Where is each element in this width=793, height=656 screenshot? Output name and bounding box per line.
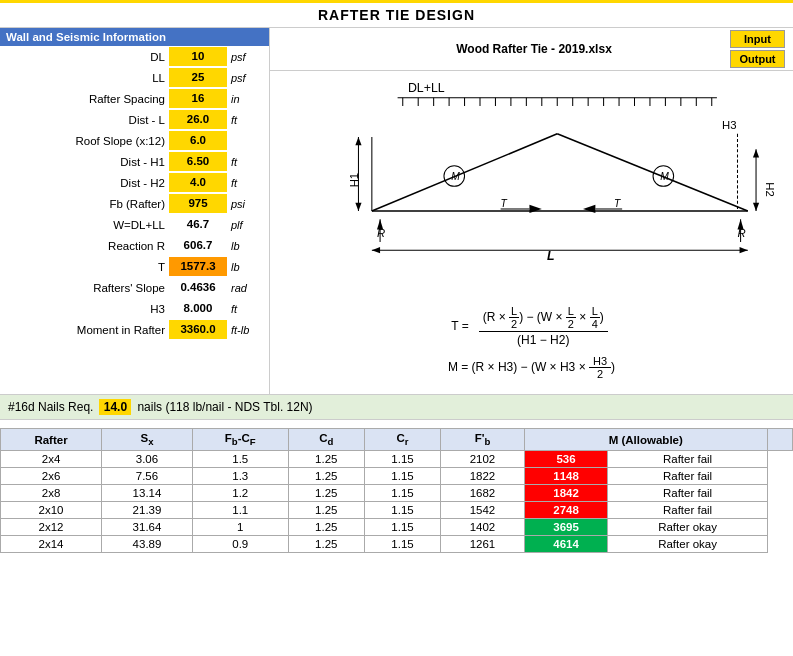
nails-label: #16d Nails Req.: [8, 400, 93, 414]
cell-5-1: 43.89: [102, 536, 193, 553]
nails-note: nails (118 lb/nail - NDS Tbl. 12N): [137, 400, 312, 414]
row-label-13: Moment in Rafter: [4, 324, 169, 336]
m-formula-text: M = (R × H3) − (W × H3 × H32): [448, 355, 615, 380]
cell-1-7: Rafter fail: [608, 468, 767, 485]
cell-0-2: 1.5: [192, 451, 288, 468]
cell-3-2: 1.1: [192, 502, 288, 519]
title-bar: RAFTER TIE DESIGN: [0, 0, 793, 28]
th-fb-cf: Fb-CF: [192, 429, 288, 451]
row-unit-13: ft-lb: [227, 324, 265, 336]
row-label-9: Reaction R: [4, 240, 169, 252]
row-label-0: DL: [4, 51, 169, 63]
input-button[interactable]: Input: [730, 30, 785, 48]
row-value-4: 6.0: [169, 131, 227, 150]
left-panel: Wall and Seismic Information DL10psfLL25…: [0, 28, 270, 394]
row-value-3: 26.0: [169, 110, 227, 129]
row-unit-0: psf: [227, 51, 265, 63]
data-row-0: DL10psf: [0, 46, 269, 67]
section-header: Wall and Seismic Information: [0, 28, 269, 46]
svg-line-24: [557, 134, 748, 211]
cell-0-4: 1.15: [364, 451, 440, 468]
row-label-2: Rafter Spacing: [4, 93, 169, 105]
nails-value: 14.0: [99, 399, 131, 415]
row-value-5: 6.50: [169, 152, 227, 171]
cell-4-2: 1: [192, 519, 288, 536]
cell-2-0: 2x8: [1, 485, 102, 502]
row-value-12: 8.000: [169, 299, 227, 318]
cell-1-4: 1.15: [364, 468, 440, 485]
cell-0-7: Rafter fail: [608, 451, 767, 468]
row-value-6: 4.0: [169, 173, 227, 192]
cell-4-7: Rafter okay: [608, 519, 767, 536]
svg-marker-55: [740, 247, 748, 253]
row-unit-9: lb: [227, 240, 265, 252]
row-label-12: H3: [4, 303, 169, 315]
cell-2-3: 1.25: [288, 485, 364, 502]
nails-row: #16d Nails Req. 14.0 nails (118 lb/nail …: [0, 394, 793, 420]
cell-3-0: 2x10: [1, 502, 102, 519]
svg-text:M: M: [451, 171, 460, 182]
row-label-8: W=DL+LL: [4, 219, 169, 231]
cell-3-1: 21.39: [102, 502, 193, 519]
cell-5-4: 1.15: [364, 536, 440, 553]
formula-area: T = (R × L2) − (W × L2 × L4) (H1 − H2) M…: [270, 291, 793, 394]
cell-5-2: 0.9: [192, 536, 288, 553]
row-value-7: 975: [169, 194, 227, 213]
cell-4-6: 3695: [524, 519, 608, 536]
cell-1-6: 1148: [524, 468, 608, 485]
row-label-10: T: [4, 261, 169, 273]
output-button[interactable]: Output: [730, 50, 785, 68]
row-value-10: 1577.3: [169, 257, 227, 276]
cell-2-2: 1.2: [192, 485, 288, 502]
cell-3-3: 1.25: [288, 502, 364, 519]
row-unit-2: in: [227, 93, 265, 105]
cell-5-5: 1261: [441, 536, 525, 553]
table-row-3: 2x1021.391.11.251.1515422748Rafter fail: [1, 502, 793, 519]
data-row-11: Rafters' Slope0.4636rad: [0, 277, 269, 298]
data-row-4: Roof Slope (x:12)6.0: [0, 130, 269, 151]
cell-1-3: 1.25: [288, 468, 364, 485]
table-header-row: Rafter Sx Fb-CF Cd Cr F'b M (Allowable): [1, 429, 793, 451]
svg-text:H2: H2: [764, 182, 776, 196]
svg-text:DL+LL: DL+LL: [408, 81, 445, 95]
table-row-2: 2x813.141.21.251.1516821842Rafter fail: [1, 485, 793, 502]
svg-marker-33: [753, 203, 759, 211]
cell-2-1: 13.14: [102, 485, 193, 502]
row-unit-12: ft: [227, 303, 265, 315]
data-row-2: Rafter Spacing16in: [0, 88, 269, 109]
cell-5-6: 4614: [524, 536, 608, 553]
row-unit-11: rad: [227, 282, 265, 294]
cell-1-5: 1822: [441, 468, 525, 485]
cell-2-6: 1842: [524, 485, 608, 502]
cell-3-4: 1.15: [364, 502, 440, 519]
table-row-0: 2x43.061.51.251.152102536Rafter fail: [1, 451, 793, 468]
rafter-table: Rafter Sx Fb-CF Cd Cr F'b M (Allowable) …: [0, 428, 793, 553]
table-row-5: 2x1443.890.91.251.1512614614Rafter okay: [1, 536, 793, 553]
svg-marker-32: [753, 149, 759, 157]
data-row-7: Fb (Rafter)975psi: [0, 193, 269, 214]
data-row-13: Moment in Rafter3360.0ft-lb: [0, 319, 269, 340]
page-wrapper: RAFTER TIE DESIGN Wall and Seismic Infor…: [0, 0, 793, 656]
table-row-1: 2x67.561.31.251.1518221148Rafter fail: [1, 468, 793, 485]
svg-marker-45: [583, 205, 595, 213]
th-fpb: F'b: [441, 429, 525, 451]
t-formula-line: T = (R × L2) − (W × L2 × L4) (H1 − H2): [280, 305, 783, 347]
cell-2-5: 1682: [441, 485, 525, 502]
row-label-3: Dist - L: [4, 114, 169, 126]
cell-0-5: 2102: [441, 451, 525, 468]
t-denominator: (H1 − H2): [513, 332, 573, 347]
row-value-8: 46.7: [169, 215, 227, 234]
row-unit-10: lb: [227, 261, 265, 273]
data-row-3: Dist - L26.0ft: [0, 109, 269, 130]
cell-1-2: 1.3: [192, 468, 288, 485]
file-name: Wood Rafter Tie - 2019.xlsx: [278, 42, 730, 56]
data-row-12: H38.000ft: [0, 298, 269, 319]
data-row-6: Dist - H24.0ft: [0, 172, 269, 193]
cell-4-0: 2x12: [1, 519, 102, 536]
row-value-9: 606.7: [169, 236, 227, 255]
th-cd: Cd: [288, 429, 364, 451]
row-unit-6: ft: [227, 177, 265, 189]
svg-line-23: [372, 134, 557, 211]
cell-1-1: 7.56: [102, 468, 193, 485]
data-row-5: Dist - H16.50ft: [0, 151, 269, 172]
